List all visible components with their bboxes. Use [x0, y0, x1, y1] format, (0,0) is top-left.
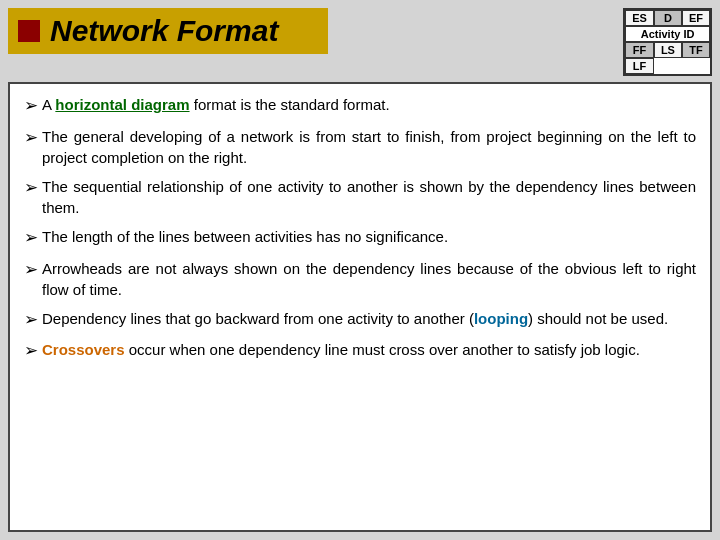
bullet-item-5: ➢ Arrowheads are not always shown on the… [24, 258, 696, 300]
cell-ef: EF [682, 10, 710, 26]
bullet-text-6: Dependency lines that go backward from o… [42, 308, 696, 329]
horizontal-diagram-link[interactable]: horizontal diagram [55, 96, 189, 113]
looping-link[interactable]: looping [474, 310, 528, 327]
crossovers-link[interactable]: Crossovers [42, 341, 125, 358]
arrow-icon-2: ➢ [24, 126, 38, 150]
bullet-text-5: Arrowheads are not always shown on the d… [42, 258, 696, 300]
main-content: ➢ A horizontal diagram format is the sta… [8, 82, 712, 532]
bullet-item-4: ➢ The length of the lines between activi… [24, 226, 696, 250]
bullet-text-3: The sequential relationship of one activ… [42, 176, 696, 218]
activity-id-grid: ES D EF Activity ID FF LS TF LF [623, 8, 712, 76]
arrow-icon-3: ➢ [24, 176, 38, 200]
title-square-icon [18, 20, 40, 42]
bullet-text-2: The general developing of a network is f… [42, 126, 696, 168]
cell-activity-id-label: Activity ID [625, 26, 710, 42]
cell-es: ES [625, 10, 654, 26]
arrow-icon-6: ➢ [24, 308, 38, 332]
arrow-icon-7: ➢ [24, 339, 38, 363]
bullet-item-2: ➢ The general developing of a network is… [24, 126, 696, 168]
bullet-text-1: A horizontal diagram format is the stand… [42, 94, 696, 115]
bullet-text-4: The length of the lines between activiti… [42, 226, 696, 247]
arrow-icon-5: ➢ [24, 258, 38, 282]
bullet-item-6: ➢ Dependency lines that go backward from… [24, 308, 696, 332]
cell-ff: FF [625, 42, 654, 58]
bullet-text-7: Crossovers occur when one dependency lin… [42, 339, 696, 360]
cell-lf: LF [625, 58, 654, 74]
bullet-item-1: ➢ A horizontal diagram format is the sta… [24, 94, 696, 118]
cell-d: D [654, 10, 682, 26]
page-title: Network Format [50, 14, 278, 48]
arrow-icon-4: ➢ [24, 226, 38, 250]
bullet-item-7: ➢ Crossovers occur when one dependency l… [24, 339, 696, 363]
top-bar: Network Format ES D EF Activity ID FF LS… [8, 8, 712, 76]
title-box: Network Format [8, 8, 328, 54]
cell-ls: LS [654, 42, 682, 58]
cell-tf: TF [682, 42, 710, 58]
bullet-item-3: ➢ The sequential relationship of one act… [24, 176, 696, 218]
arrow-icon-1: ➢ [24, 94, 38, 118]
